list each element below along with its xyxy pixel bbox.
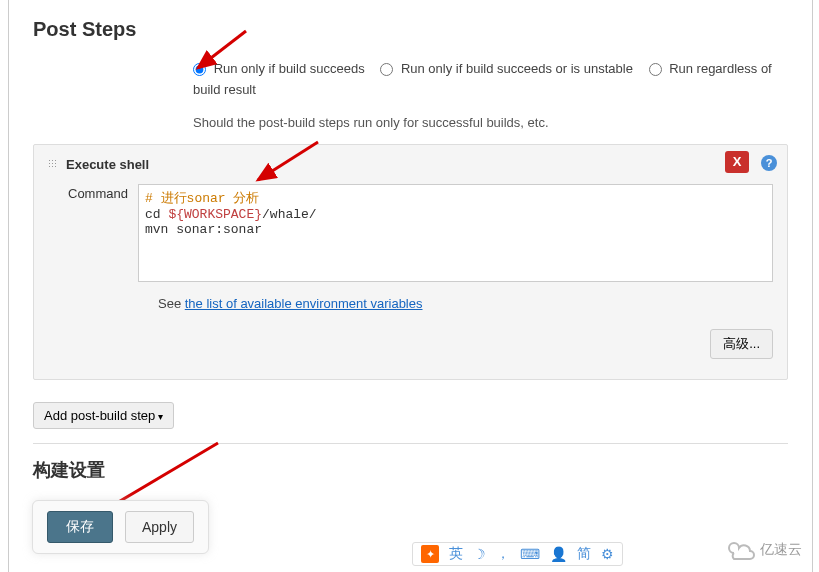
- yisu-cloud-logo: 亿速云: [726, 536, 811, 564]
- ime-lang[interactable]: 英: [449, 545, 463, 563]
- radio-regardless[interactable]: [649, 63, 662, 76]
- delete-step-button[interactable]: X: [725, 151, 749, 173]
- command-line2-prefix: cd: [145, 207, 168, 222]
- command-line2-var: ${WORKSPACE}: [168, 207, 262, 222]
- command-line3: mvn sonar:sonar: [145, 222, 262, 237]
- save-button[interactable]: 保存: [47, 511, 113, 543]
- button-bar: 保存 Apply: [32, 500, 209, 554]
- logo-text: 亿速云: [760, 541, 802, 559]
- command-comment: # 进行sonar 分析: [145, 191, 259, 206]
- radio-unstable-text: Run only if build succeeds or is unstabl…: [401, 61, 633, 76]
- radio-unstable-label[interactable]: Run only if build succeeds or is unstabl…: [380, 61, 636, 76]
- drag-handle-icon[interactable]: [48, 159, 58, 169]
- comma-icon[interactable]: ，: [496, 545, 510, 563]
- radio-succeed-text: Run only if build succeeds: [214, 61, 365, 76]
- advanced-button[interactable]: 高级...: [710, 329, 773, 359]
- moon-icon[interactable]: ☽: [473, 546, 486, 562]
- env-variables-link[interactable]: the list of available environment variab…: [185, 296, 423, 311]
- build-settings-title: 构建设置: [33, 458, 788, 482]
- command-textarea[interactable]: # 进行sonar 分析 cd ${WORKSPACE}/whale/ mvn …: [138, 184, 773, 282]
- ime-brand-icon: ✦: [421, 545, 439, 563]
- post-steps-hint: Should the post-build steps run only for…: [193, 115, 788, 130]
- see-text: See the list of available environment va…: [158, 296, 773, 311]
- help-icon[interactable]: ?: [761, 155, 777, 171]
- ime-toolbar[interactable]: ✦ 英 ☽ ， ⌨ 👤 简 ⚙: [412, 542, 623, 566]
- see-prefix: See: [158, 296, 185, 311]
- post-steps-condition: Run only if build succeeds Run only if b…: [193, 59, 788, 101]
- execute-shell-step: X ? Execute shell Command # 进行sonar 分析 c…: [33, 144, 788, 380]
- radio-succeed[interactable]: [193, 63, 206, 76]
- user-icon[interactable]: 👤: [550, 546, 567, 562]
- step-title: Execute shell: [66, 157, 149, 172]
- command-line2-suffix: /whale/: [262, 207, 317, 222]
- radio-succeed-label[interactable]: Run only if build succeeds: [193, 61, 368, 76]
- post-steps-title: Post Steps: [33, 18, 788, 41]
- command-label: Command: [48, 184, 138, 201]
- ime-mode[interactable]: 简: [577, 545, 591, 563]
- gear-icon[interactable]: ⚙: [601, 546, 614, 562]
- add-post-build-step-button[interactable]: Add post-build step: [33, 402, 174, 429]
- apply-button[interactable]: Apply: [125, 511, 194, 543]
- keyboard-icon[interactable]: ⌨: [520, 546, 540, 562]
- radio-unstable[interactable]: [380, 63, 393, 76]
- divider: [33, 443, 788, 444]
